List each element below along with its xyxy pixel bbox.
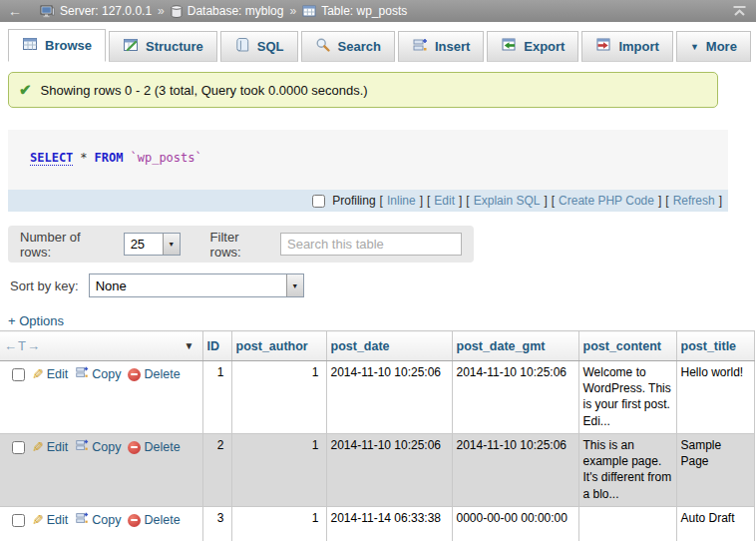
sql-table-identifier: `wp_posts` [131,151,202,166]
sql-query-area: SELECT * FROM `wp_posts` [8,130,728,190]
row-checkbox[interactable] [12,514,25,527]
copy-action[interactable]: Copy [75,438,121,456]
cell-id: 2 [202,434,231,507]
bracket: [ [427,194,430,208]
tab-export[interactable]: Export [487,31,578,62]
bracket: ] [544,194,547,208]
table-row: ✎Edit Copy Delete 3 1 2014-11-14 06:33:3… [0,507,754,541]
breadcrumb-table[interactable]: Table: wp_posts [302,4,407,18]
chevron-down-icon[interactable]: ▼ [286,274,303,296]
chevron-down-icon[interactable]: ▼ [163,234,180,255]
breadcrumb-separator: » [158,4,165,18]
filter-search-input[interactable] [280,233,462,256]
sort-by-key-select[interactable]: None ▼ [89,273,304,297]
success-check-icon: ✔ [19,81,32,99]
column-header-post-title[interactable]: post_title [676,331,754,361]
bracket: ] [459,194,462,208]
edit-query-link[interactable]: Edit [434,194,455,208]
cell-id: 3 [202,507,231,541]
tab-more[interactable]: ▼ More [676,31,751,62]
column-header-post-author[interactable]: post_author [231,331,326,361]
breadcrumb-table-label: Table: wp_posts [321,4,407,18]
sql-query-box: SELECT * FROM `wp_posts` Profiling [ Inl… [8,130,728,212]
edit-action[interactable]: ✎Edit [32,439,68,456]
copy-icon [75,511,89,529]
sort-by-key-label: Sort by key: [10,278,79,293]
tab-insert[interactable]: Insert [398,31,484,62]
bracket: ] [420,194,423,208]
row-checkbox[interactable] [12,368,25,381]
tab-structure[interactable]: Structure [109,31,217,62]
sql-keyword-from: FROM [95,151,124,166]
column-move-arrows[interactable]: ←T→ [4,338,41,353]
breadcrumb-server[interactable]: Server: 127.0.0.1 [40,4,152,18]
breadcrumb-server-label: Server: 127.0.0.1 [60,4,152,18]
column-header-post-date[interactable]: post_date [326,331,452,361]
profiling-checkbox[interactable] [312,195,325,208]
cell-post-title: Hello world! [676,361,754,434]
sort-dropdown-icon[interactable]: ▼ [185,340,194,351]
delete-icon [128,514,141,527]
delete-action[interactable]: Delete [128,366,180,383]
results-table: ←T→ ▼ ID post_author post_date post_date… [0,330,755,541]
create-php-code-link[interactable]: Create PHP Code [559,194,654,208]
server-icon [40,5,55,18]
tab-sql[interactable]: SQL [220,31,298,62]
tab-search[interactable]: Search [301,31,395,62]
refresh-link[interactable]: Refresh [673,194,715,208]
cell-post-title: Sample Page [676,434,754,507]
edit-action[interactable]: ✎Edit [32,366,68,383]
column-header-id[interactable]: ID [202,331,231,361]
cell-post-date-gmt: 2014-11-10 10:25:06 [452,361,578,434]
results-controls-panel: Number of rows: 25 ▼ Filter rows: [8,226,474,263]
explain-sql-link[interactable]: Explain SQL [474,194,541,208]
tab-import[interactable]: Import [581,31,672,62]
table-row: ✎Edit Copy Delete 1 1 2014-11-10 10:25:0… [0,361,754,434]
structure-icon [123,37,139,56]
column-header-post-content[interactable]: post_content [578,331,676,361]
breadcrumb-database[interactable]: Database: myblog [171,4,284,18]
copy-icon [75,438,89,456]
row-checkbox[interactable] [12,441,25,454]
table-icon [302,5,316,17]
browse-table-icon [22,36,38,55]
inline-link[interactable]: Inline [387,194,416,208]
database-icon [171,5,183,18]
tab-insert-label: Insert [435,39,470,54]
cell-post-author: 1 [231,434,326,507]
copy-action[interactable]: Copy [75,365,121,383]
cell-post-content: This is an example page. It's different … [578,434,676,507]
copy-action[interactable]: Copy [75,511,121,529]
bracket: [ [380,194,383,208]
pencil-icon: ✎ [32,513,44,527]
tab-browse[interactable]: Browse [8,29,106,62]
collapse-icon[interactable] [732,5,748,17]
options-toggle-link[interactable]: + Options [8,313,64,328]
back-arrow-icon[interactable]: ← [8,3,22,19]
number-of-rows-select[interactable]: 25 ▼ [124,233,181,256]
cell-post-content: Welcome to WordPress. This is your first… [578,361,676,434]
breadcrumb-database-label: Database: myblog [188,4,284,18]
export-icon [501,37,517,56]
breadcrumb: ← Server: 127.0.0.1 » Database: myblog »… [0,0,756,22]
cell-post-date: 2014-11-10 10:25:06 [326,361,452,434]
bracket: [ [552,194,555,208]
table-row: ✎Edit Copy Delete 2 1 2014-11-10 10:25:0… [0,434,754,507]
cell-post-date: 2014-11-10 10:25:06 [326,434,452,507]
cell-post-author: 1 [231,507,326,541]
tab-more-label: More [706,39,737,54]
cell-post-title: Auto Draft [676,507,754,541]
sql-page-icon [234,37,250,56]
delete-action[interactable]: Delete [128,512,180,529]
cell-post-content [578,507,676,541]
tab-browse-label: Browse [45,38,92,53]
cell-post-author: 1 [231,361,326,434]
delete-action[interactable]: Delete [128,439,180,456]
sql-keyword-select[interactable]: SELECT [30,151,73,166]
search-icon [315,37,331,56]
bracket: ] [658,194,661,208]
edit-action[interactable]: ✎Edit [32,512,68,529]
column-header-post-date-gmt[interactable]: post_date_gmt [452,331,578,361]
copy-icon [75,365,89,383]
tab-bar: Browse Structure SQL Search Insert Expor… [0,22,756,62]
